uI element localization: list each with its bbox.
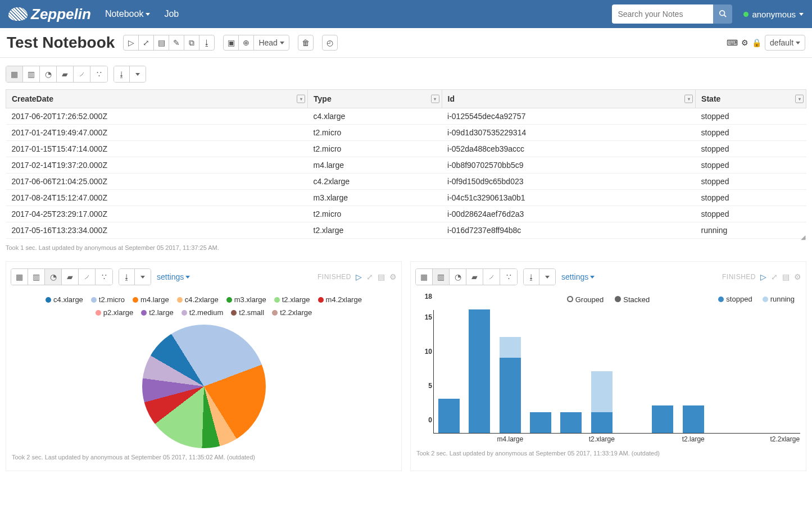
grouped-radio[interactable]: Grouped <box>567 295 604 304</box>
viz-area-tab[interactable]: ▰ <box>62 269 79 285</box>
brand-logo[interactable]: Zeppelin <box>8 6 91 23</box>
keyboard-icon[interactable]: ⌨ <box>727 38 738 47</box>
legend-item[interactable]: t2.large <box>141 308 173 317</box>
viz-bar-tab[interactable]: ▥ <box>28 269 45 285</box>
user-menu[interactable]: anonymous <box>743 10 804 19</box>
legend-item[interactable]: t2.2xlarge <box>272 308 312 317</box>
table-row[interactable]: 2017-08-24T15:12:47.000Zm3.xlargei-04c51… <box>6 190 806 206</box>
viz-table-tab[interactable]: ▦ <box>416 269 433 285</box>
gear-icon[interactable]: ⚙ <box>794 272 801 281</box>
resize-handle[interactable]: ◢ <box>801 234 805 241</box>
gear-icon[interactable]: ⚙ <box>741 38 749 47</box>
download-dropdown[interactable] <box>130 66 146 82</box>
clone-note-button[interactable]: ⧉ <box>184 35 199 51</box>
run-all-button[interactable]: ▷ <box>123 35 139 51</box>
viz-pie-tab[interactable]: ◔ <box>40 66 57 82</box>
viz-line-tab[interactable]: ⟋ <box>74 66 90 82</box>
bar-rect[interactable] <box>438 399 460 433</box>
settings-link[interactable]: settings <box>157 272 190 281</box>
legend-item[interactable]: t2.micro <box>91 295 125 304</box>
settings-link[interactable]: settings <box>561 272 595 281</box>
titlebar-left: Test Notebook ▷ ⤢ ▤ ✎ ⧉ ⭳ ▣ ⊕ Head 🗑 ◴ <box>7 34 338 52</box>
viz-line-tab[interactable]: ⟋ <box>483 269 500 285</box>
book-icon[interactable]: ▤ <box>378 272 385 281</box>
legend-item[interactable]: t2.xlarge <box>274 295 310 304</box>
filter-icon[interactable]: ▾ <box>431 95 439 103</box>
table-row[interactable]: 2017-01-24T19:49:47.000Zt2.microi-09d1d3… <box>6 125 806 141</box>
table-row[interactable]: 2017-02-14T19:37:20.000Zm4.largei-0b8f90… <box>6 157 806 174</box>
viz-line-tab[interactable]: ⟋ <box>79 269 96 285</box>
table-row[interactable]: 2017-06-06T21:04:25.000Zc4.2xlargei-0f9d… <box>6 174 806 190</box>
table-row[interactable]: 2017-04-25T23:29:17.000Zt2.microi-00d286… <box>6 206 806 222</box>
bar-rect[interactable] <box>530 412 551 433</box>
stacked-radio[interactable]: Stacked <box>615 295 650 304</box>
legend-item[interactable]: t2.small <box>231 308 264 317</box>
table-row[interactable]: 2017-06-19T14:45:02.000Zc4.xlargei-0d8d6… <box>6 239 806 243</box>
nav-job[interactable]: Job <box>164 9 179 19</box>
expand-icon[interactable]: ⤢ <box>771 272 778 281</box>
bar-rect[interactable] <box>683 405 704 433</box>
viz-scatter-tab[interactable]: ∵ <box>500 269 517 285</box>
viz-pie-tab[interactable]: ◔ <box>450 269 466 285</box>
legend-item[interactable]: stopped <box>718 295 752 303</box>
table-row[interactable]: 2017-06-20T17:26:52.000Zc4.xlargei-01255… <box>6 108 806 125</box>
cell: c4.xlarge <box>308 108 442 125</box>
search-input[interactable] <box>612 4 713 24</box>
bar-rect[interactable] <box>652 405 673 433</box>
download-dropdown[interactable] <box>135 269 151 285</box>
viz-bar-tab[interactable]: ▥ <box>433 269 450 285</box>
trash-button[interactable]: 🗑 <box>298 35 314 51</box>
expand-icon[interactable]: ⤢ <box>366 272 373 281</box>
clear-output-button[interactable]: ✎ <box>169 35 184 51</box>
legend-item[interactable]: c4.2xlarge <box>177 295 219 304</box>
filter-icon[interactable]: ▾ <box>795 95 804 103</box>
legend-item[interactable]: m3.xlarge <box>226 295 266 304</box>
viz-scatter-tab[interactable]: ∵ <box>90 66 107 82</box>
viz-pie-tab[interactable]: ◔ <box>45 269 62 285</box>
download-button[interactable]: ⭳ <box>114 66 130 82</box>
mode-dropdown[interactable]: default <box>765 35 805 51</box>
bar-rect[interactable] <box>500 337 521 433</box>
viz-bar-tab[interactable]: ▥ <box>23 66 40 82</box>
viz-table-tab[interactable]: ▦ <box>6 66 23 82</box>
viz-area-tab[interactable]: ▰ <box>466 269 483 285</box>
search-button[interactable] <box>713 4 732 24</box>
lock-icon[interactable]: 🔒 <box>752 38 761 47</box>
commit-button[interactable]: ▣ <box>223 35 239 51</box>
download-button[interactable]: ⭳ <box>524 269 539 285</box>
nav-notebook[interactable]: Notebook <box>105 9 151 19</box>
bar-rect[interactable] <box>591 371 613 433</box>
filter-icon[interactable]: ▾ <box>297 95 305 103</box>
table-row[interactable]: 2017-05-16T13:23:34.000Zt2.xlargei-016d7… <box>6 222 806 239</box>
legend-item[interactable]: running <box>763 295 795 303</box>
bar-rect[interactable] <box>469 309 490 433</box>
col-id[interactable]: Id▾ <box>442 90 696 108</box>
download-dropdown[interactable] <box>539 269 555 285</box>
legend-item[interactable]: m4.large <box>133 295 169 304</box>
export-note-button[interactable]: ⭳ <box>199 35 215 51</box>
legend-item[interactable]: t2.medium <box>182 308 224 317</box>
filter-icon[interactable]: ▾ <box>684 95 693 103</box>
legend-item[interactable]: p2.xlarge <box>96 308 133 317</box>
download-button[interactable]: ⭳ <box>119 269 135 285</box>
legend-item[interactable]: m4.2xlarge <box>318 295 362 304</box>
run-icon[interactable]: ▷ <box>356 272 362 281</box>
col-state[interactable]: State▾ <box>696 90 806 108</box>
bar-rect[interactable] <box>560 412 582 433</box>
book-icon[interactable]: ▤ <box>782 272 790 281</box>
show-hide-output-button[interactable]: ▤ <box>153 35 169 51</box>
col-createdate[interactable]: CreateDate▾ <box>6 90 308 108</box>
show-hide-code-button[interactable]: ⤢ <box>138 35 154 51</box>
legend-item[interactable]: c4.xlarge <box>46 295 83 304</box>
notebook-title[interactable]: Test Notebook <box>7 34 115 52</box>
run-icon[interactable]: ▷ <box>760 272 766 281</box>
table-row[interactable]: 2017-01-15T15:47:14.000Zt2.microi-052da4… <box>6 141 806 157</box>
head-dropdown[interactable]: Head <box>253 35 289 51</box>
viz-scatter-tab[interactable]: ∵ <box>96 269 112 285</box>
viz-area-tab[interactable]: ▰ <box>57 66 74 82</box>
revision-button[interactable]: ⊕ <box>238 35 254 51</box>
viz-table-tab[interactable]: ▦ <box>11 269 28 285</box>
gear-icon[interactable]: ⚙ <box>389 272 397 281</box>
col-type[interactable]: Type▾ <box>308 90 442 108</box>
scheduler-button[interactable]: ◴ <box>322 35 338 51</box>
